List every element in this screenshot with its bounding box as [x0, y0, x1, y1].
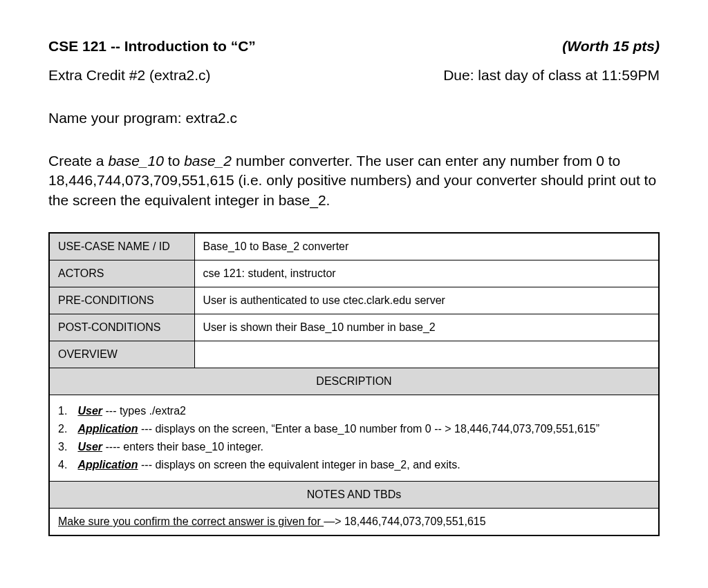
preconditions-value: User is authenticated to use ctec.clark.…: [194, 287, 659, 314]
notes-header: NOTES AND TBDs: [49, 482, 659, 509]
worth-points: (Worth 15 pts): [562, 38, 660, 55]
steps-list: 1. User --- types ./extra2 2. Applicatio…: [58, 402, 650, 474]
list-item: 2. Application --- displays on the scree…: [58, 420, 650, 438]
table-row: OVERVIEW: [49, 341, 659, 368]
table-row: USE-CASE NAME / ID Base_10 to Base_2 con…: [49, 233, 659, 260]
desc-base2: base_2: [184, 153, 232, 169]
list-item: 3. User ---- enters their base_10 intege…: [58, 438, 650, 456]
postconditions-value: User is shown their Base_10 number in ba…: [194, 314, 659, 341]
description-body: 1. User --- types ./extra2 2. Applicatio…: [49, 395, 659, 482]
list-item: 1. User --- types ./extra2: [58, 402, 650, 420]
step-actor: Application: [77, 423, 138, 435]
step-actor: User: [77, 405, 102, 417]
description-header: DESCRIPTION: [49, 368, 659, 395]
postconditions-label: POST-CONDITIONS: [49, 314, 194, 341]
step-number: 4.: [58, 459, 75, 471]
due-date: Due: last day of class at 11:59PM: [443, 67, 660, 84]
step-text: --- displays on the screen, “Enter a bas…: [138, 423, 600, 435]
step-actor: User: [77, 441, 102, 453]
name-program-line: Name your program: extra2.c: [48, 110, 660, 126]
step-number: 1.: [58, 405, 75, 417]
notes-underline-text: Make sure you confirm the correct answer…: [58, 515, 324, 527]
overview-label: OVERVIEW: [49, 341, 194, 368]
preconditions-label: PRE-CONDITIONS: [49, 287, 194, 314]
course-title: CSE 121 -- Introduction to “C”: [48, 38, 256, 55]
desc-prefix: Create a: [48, 153, 108, 169]
table-row: 1. User --- types ./extra2 2. Applicatio…: [49, 395, 659, 482]
subheader-row: Extra Credit #2 (extra2.c) Due: last day…: [48, 67, 660, 84]
usecase-label: USE-CASE NAME / ID: [49, 233, 194, 260]
table-row: DESCRIPTION: [49, 368, 659, 395]
assignment-description: Create a base_10 to base_2 number conver…: [48, 151, 660, 210]
table-row: Make sure you confirm the correct answer…: [49, 509, 659, 536]
desc-base10: base_10: [108, 153, 164, 169]
table-row: PRE-CONDITIONS User is authenticated to …: [49, 287, 659, 314]
step-text: ---- enters their base_10 integer.: [102, 441, 263, 453]
assignment-name: Extra Credit #2 (extra2.c): [48, 67, 211, 84]
list-item: 4. Application --- displays on screen th…: [58, 456, 650, 474]
table-row: POST-CONDITIONS User is shown their Base…: [49, 314, 659, 341]
usecase-table: USE-CASE NAME / ID Base_10 to Base_2 con…: [48, 232, 660, 536]
step-text: --- types ./extra2: [102, 405, 186, 417]
step-number: 3.: [58, 441, 75, 453]
step-text: --- displays on screen the equivalent in…: [138, 459, 460, 471]
notes-rest-text: —> 18,446,744,073,709,551,615: [324, 515, 485, 527]
usecase-value: Base_10 to Base_2 converter: [194, 233, 659, 260]
step-number: 2.: [58, 423, 75, 435]
table-row: NOTES AND TBDs: [49, 482, 659, 509]
step-actor: Application: [77, 459, 138, 471]
actors-value: cse 121: student, instructor: [194, 260, 659, 287]
notes-body: Make sure you confirm the correct answer…: [49, 509, 659, 536]
overview-value: [194, 341, 659, 368]
desc-mid1: to: [164, 153, 184, 169]
table-row: ACTORS cse 121: student, instructor: [49, 260, 659, 287]
header-row: CSE 121 -- Introduction to “C” (Worth 15…: [48, 38, 660, 55]
actors-label: ACTORS: [49, 260, 194, 287]
